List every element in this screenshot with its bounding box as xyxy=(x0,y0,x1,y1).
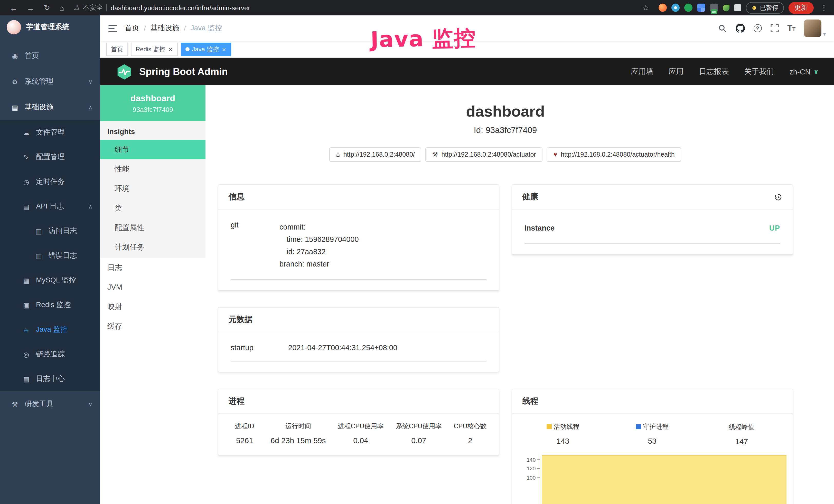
font-size-small-glyph: T xyxy=(792,26,795,32)
process-header: 系统CPU使用率 xyxy=(390,422,448,431)
back-icon[interactable]: ← xyxy=(5,3,22,12)
address-bar[interactable]: ⚠ 不安全 dashboard.yudao.iocoder.cn/infra/a… xyxy=(74,3,250,12)
sidebar-item-label: 定时任务 xyxy=(36,177,65,186)
sidebar-item-scheduled-jobs[interactable]: ◷ 定时任务 xyxy=(0,169,100,194)
y-tick: 140 xyxy=(527,455,540,464)
health-url: http://192.168.0.2:48080/actuator/health xyxy=(561,151,675,158)
instance-url-button[interactable]: ⌂ http://192.168.0.2:48080/ xyxy=(329,147,421,162)
extensions-puzzle-icon[interactable] xyxy=(734,4,741,11)
tag-redis-monitor[interactable]: Redis 监控 × xyxy=(131,43,177,56)
browser-actions: ☆ on ☻ 已暂停 更新 ⋮ xyxy=(638,2,829,14)
monitor-icon: ▦ xyxy=(22,276,31,284)
extension-icon-green[interactable] xyxy=(684,4,693,12)
document-icon: ▥ xyxy=(34,252,43,259)
forward-icon[interactable]: → xyxy=(22,3,39,12)
chevron-down-icon: ∨ xyxy=(88,78,92,85)
sba-nav-journal[interactable]: 日志报表 xyxy=(699,67,729,76)
sidebar-toggle-icon[interactable] xyxy=(108,25,117,32)
document-icon: ▥ xyxy=(34,227,43,235)
sba-menu-metrics[interactable]: 性能 xyxy=(100,159,205,179)
y-tick: 100 xyxy=(527,473,540,482)
sidebar-item-log-center[interactable]: ▤ 日志中心 xyxy=(0,367,100,391)
extension-icon-pin[interactable] xyxy=(672,4,680,12)
process-value: 2 xyxy=(448,436,492,445)
history-icon[interactable] xyxy=(774,193,782,201)
gear-icon: ⚙ xyxy=(10,78,20,86)
breadcrumb: 首页 / 基础设施 / Java 监控 xyxy=(125,24,222,33)
chevron-down-icon: ∨ xyxy=(814,68,819,75)
extension-icon-orange[interactable] xyxy=(659,4,667,12)
search-icon[interactable] xyxy=(718,24,727,32)
sba-instance-header[interactable]: dashboard 93a3fc7f7409 xyxy=(100,85,205,121)
health-status-up: UP xyxy=(769,224,780,232)
process-col-pid: 进程ID 5261 xyxy=(224,422,265,445)
sidebar-item-home[interactable]: ◉ 首页 xyxy=(0,43,100,69)
sidebar-item-label: 系统管理 xyxy=(25,77,53,86)
git-commit-line: commit: xyxy=(280,221,359,233)
browser-menu-icon[interactable]: ⋮ xyxy=(818,3,829,12)
browser-home-icon[interactable]: ⌂ xyxy=(55,3,69,12)
sba-menu-logfile[interactable]: 日志 xyxy=(100,258,205,277)
close-tag-icon[interactable]: × xyxy=(168,46,173,53)
close-tag-icon[interactable]: × xyxy=(222,46,226,53)
on-badge: on xyxy=(711,9,717,14)
sidebar-item-config-management[interactable]: ✎ 配置管理 xyxy=(0,145,100,169)
sidebar-item-dev-tools[interactable]: ⚒ 研发工具 ∨ xyxy=(0,391,100,417)
document-icon: ▤ xyxy=(22,203,31,210)
threads-card: 线程 活动线程 143 xyxy=(512,389,793,504)
sidebar-item-mysql-monitor[interactable]: ▦ MySQL 监控 xyxy=(0,268,100,293)
tools-icon: ⚒ xyxy=(10,400,20,408)
github-icon[interactable] xyxy=(736,24,745,33)
font-size-icon[interactable]: T T xyxy=(787,24,795,32)
tag-java-monitor[interactable]: Java 监控 × xyxy=(180,43,231,56)
sidebar-item-access-logs[interactable]: ▥ 访问日志 xyxy=(0,219,100,244)
sidebar-item-api-logs[interactable]: ▤ API 日志 ∧ xyxy=(0,194,100,219)
sba-menu-classes[interactable]: 类 xyxy=(100,198,205,218)
sidebar-item-infrastructure[interactable]: ▤ 基础设施 ∧ xyxy=(0,94,100,120)
sba-menu-jvm[interactable]: JVM xyxy=(100,277,205,297)
extension-icon-on-badge[interactable]: on xyxy=(710,4,718,12)
sidebar-item-redis-monitor[interactable]: ▣ Redis 监控 xyxy=(0,293,100,317)
update-button[interactable]: 更新 xyxy=(788,2,813,14)
fullscreen-icon[interactable] xyxy=(770,24,778,32)
health-url-button[interactable]: ♥ http://192.168.0.2:48080/actuator/heal… xyxy=(547,147,681,162)
sba-nav-wallboard[interactable]: 应用墙 xyxy=(631,67,653,76)
bookmark-star-icon[interactable]: ☆ xyxy=(638,3,654,12)
sba-menu-environment[interactable]: 环境 xyxy=(100,179,205,198)
breadcrumb-home[interactable]: 首页 xyxy=(125,24,139,33)
sidebar-item-java-monitor[interactable]: ☕ Java 监控 xyxy=(0,317,100,342)
sba-menu-configprops[interactable]: 配置属性 xyxy=(100,218,205,237)
sidebar-item-error-logs[interactable]: ▥ 错误日志 xyxy=(0,244,100,268)
breadcrumb-current: Java 监控 xyxy=(191,24,222,33)
breadcrumb-infrastructure[interactable]: 基础设施 xyxy=(151,24,179,33)
extension-icon-grid[interactable] xyxy=(697,4,705,12)
extension-icon-leaf[interactable] xyxy=(723,4,729,11)
sba-locale-select[interactable]: zh-CN ∨ xyxy=(789,68,818,76)
sidebar-item-label: MySQL 监控 xyxy=(36,276,76,285)
font-size-large-glyph: T xyxy=(787,24,792,32)
sba-nav-applications[interactable]: 应用 xyxy=(668,67,683,76)
question-glyph: ? xyxy=(753,24,762,32)
breadcrumb-separator: / xyxy=(144,24,146,32)
sba-nav-about[interactable]: 关于我们 xyxy=(744,67,774,76)
sidebar-item-tracing[interactable]: ◎ 链路追踪 xyxy=(0,342,100,367)
sidebar-item-file-management[interactable]: ☁ 文件管理 xyxy=(0,120,100,145)
tag-home[interactable]: 首页 xyxy=(106,43,128,56)
sba-menu-details[interactable]: 细节 xyxy=(100,140,205,159)
user-avatar[interactable]: ▾ xyxy=(804,20,826,37)
legend-peak-threads: 线程峰值 147 xyxy=(697,422,786,446)
sba-nav: 应用墙 应用 日志报表 关于我们 zh-CN ∨ xyxy=(631,67,818,76)
actuator-url-button[interactable]: ⚒ http://192.168.0.2:48080/actuator xyxy=(425,147,543,162)
chevron-up-icon: ∧ xyxy=(88,104,92,111)
sba-menu-scheduled-tasks[interactable]: 计划任务 xyxy=(100,237,205,257)
sba-menu-caches[interactable]: 缓存 xyxy=(100,316,205,336)
profile-paused-badge[interactable]: ☻ 已暂停 xyxy=(746,2,784,14)
sidebar-item-system[interactable]: ⚙ 系统管理 ∨ xyxy=(0,69,100,94)
reload-icon[interactable]: ↻ xyxy=(39,3,55,12)
legend-label: 活动线程 xyxy=(553,422,579,431)
threads-legend: 活动线程 143 守护进程 xyxy=(518,422,787,446)
help-icon[interactable]: ? xyxy=(753,24,762,32)
eye-icon: ◎ xyxy=(22,350,31,358)
sba-menu-mappings[interactable]: 映射 xyxy=(100,297,205,316)
cards-grid: 信息 git commit: time: 1596289704000 id: 2… xyxy=(218,184,793,504)
